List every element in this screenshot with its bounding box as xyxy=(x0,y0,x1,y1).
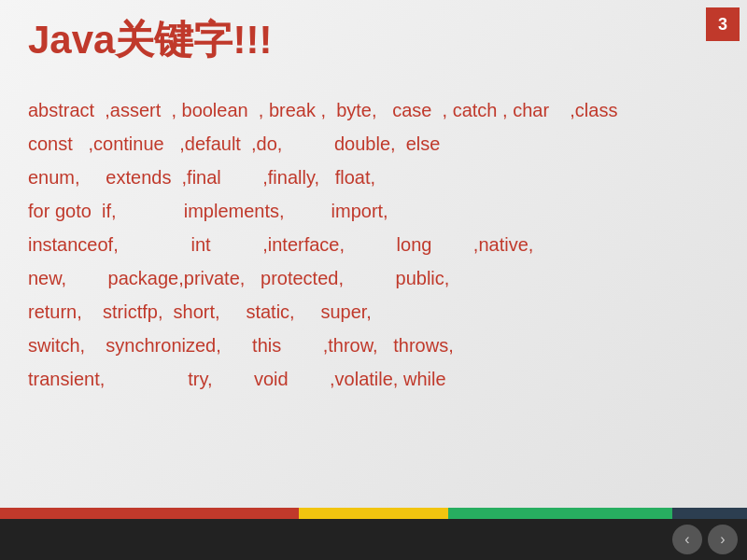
keyword-line: instanceof, int ,interface, long ,native… xyxy=(28,228,719,261)
keyword-line: abstract ,assert , boolean , break , byt… xyxy=(28,93,719,127)
keyword-line: const ,continue ,default ,do, double, el… xyxy=(28,127,719,161)
bar-dark xyxy=(672,508,747,519)
keyword-line: transient, try, void ,volatile, while xyxy=(28,362,719,396)
bar-yellow xyxy=(299,508,448,519)
slide-number: 3 xyxy=(706,7,740,41)
prev-button[interactable]: ‹ xyxy=(672,525,702,554)
bar-red xyxy=(0,508,299,519)
keyword-line: enum, extends ,final ,finally, float, xyxy=(28,161,719,194)
bar-green xyxy=(448,508,672,519)
footer: ‹ › xyxy=(0,519,747,560)
next-button[interactable]: › xyxy=(708,525,738,554)
slide-title: Java关键字!!! xyxy=(28,17,272,63)
keywords-content: abstract ,assert , boolean , break , byt… xyxy=(28,93,719,396)
keyword-line: switch, synchronized, this ,throw, throw… xyxy=(28,329,719,362)
keyword-line: for goto if, implements, import, xyxy=(28,194,719,228)
slide: 3 Java关键字!!! abstract ,assert , boolean … xyxy=(0,0,747,560)
keyword-line: return, strictfp, short, static, super, xyxy=(28,295,719,329)
keyword-line: new, package,private, protected, public, xyxy=(28,261,719,295)
bottom-bar xyxy=(0,508,747,519)
